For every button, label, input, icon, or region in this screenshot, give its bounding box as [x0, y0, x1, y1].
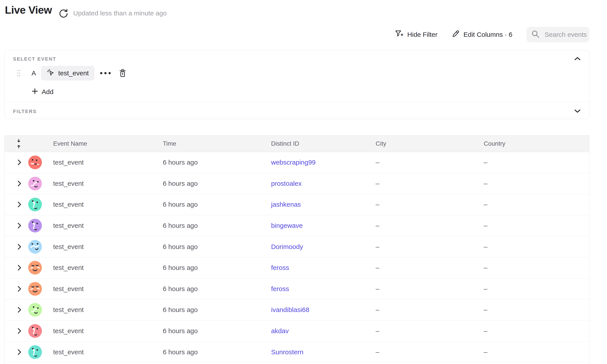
edit-columns-button[interactable]: Edit Columns · 6 — [452, 30, 512, 39]
avatar-face-icon — [28, 156, 42, 169]
column-header-event-name: Event Name — [53, 140, 87, 147]
avatar-face-icon — [28, 219, 42, 233]
column-header-distinct-id: Distinct ID — [271, 140, 299, 147]
trash-icon[interactable] — [119, 69, 126, 77]
select-event-label: SELECT EVENT — [13, 56, 56, 62]
plus-icon — [31, 88, 38, 96]
cell-city: – — [376, 285, 379, 293]
distinct-id-link[interactable]: ivandiblasi68 — [271, 306, 309, 313]
cell-event-name: test_event — [53, 159, 83, 166]
column-header-country: Country — [484, 140, 505, 147]
search-events-input[interactable] — [544, 31, 587, 39]
avatar — [28, 324, 42, 338]
column-header-city: City — [376, 140, 386, 147]
cell-time: 6 hours ago — [163, 243, 198, 250]
cell-city: – — [376, 201, 379, 208]
cell-event-name: test_event — [53, 222, 83, 229]
table-row[interactable]: test_event 6 hours ago akdav – – — [5, 321, 589, 342]
avatar — [28, 198, 42, 211]
cell-city: – — [376, 180, 379, 187]
table-row[interactable]: test_event 6 hours ago ivandiblasi68 – – — [5, 299, 589, 321]
table-body: test_event 6 hours ago webscraping99 – –… — [5, 152, 589, 363]
add-label: Add — [42, 88, 53, 96]
cell-time: 6 hours ago — [163, 264, 198, 272]
cell-time: 6 hours ago — [163, 159, 198, 166]
chevron-right-icon[interactable] — [17, 307, 21, 313]
avatar — [28, 282, 42, 296]
chevron-right-icon[interactable] — [17, 265, 21, 271]
cell-time: 6 hours ago — [163, 327, 198, 335]
filters-label: FILTERS — [13, 109, 37, 114]
cell-city: – — [376, 243, 379, 250]
chevron-right-icon[interactable] — [17, 349, 21, 355]
distinct-id-link[interactable]: Sunrostern — [271, 348, 304, 356]
distinct-id-link[interactable]: bingewave — [271, 222, 303, 229]
last-updated-text: Updated less than a minute ago — [73, 10, 167, 17]
cell-time: 6 hours ago — [163, 348, 198, 356]
avatar — [28, 177, 42, 190]
more-dots-icon[interactable] — [99, 66, 112, 80]
cell-event-name: test_event — [53, 264, 83, 272]
avatar — [28, 156, 42, 169]
events-table: Event Name Time Distinct ID City Country… — [4, 135, 589, 364]
search-icon — [531, 30, 540, 39]
chevron-right-icon[interactable] — [17, 328, 21, 334]
chevron-right-icon[interactable] — [17, 181, 21, 187]
hide-filter-label: Hide Filter — [407, 31, 438, 38]
cell-event-name: test_event — [53, 327, 83, 335]
add-event-button[interactable]: Add — [31, 86, 53, 98]
cell-city: – — [376, 222, 379, 229]
collapse-rows-icon[interactable] — [16, 139, 21, 148]
chevron-down-icon[interactable] — [574, 109, 581, 113]
cell-city: – — [376, 348, 379, 356]
filter-plus-icon — [395, 30, 403, 39]
distinct-id-link[interactable]: akdav — [271, 327, 289, 335]
drag-handle-icon[interactable] — [17, 69, 21, 77]
table-row[interactable]: test_event 6 hours ago prostoalex – – — [5, 173, 589, 194]
distinct-id-link[interactable]: webscraping99 — [271, 159, 316, 166]
table-row[interactable]: test_event 6 hours ago Dorimoody – – — [5, 236, 589, 257]
table-row[interactable]: test_event 6 hours ago jashkenas – – — [5, 194, 589, 215]
cell-country: – — [484, 222, 487, 229]
distinct-id-link[interactable]: feross — [271, 285, 289, 293]
chevron-right-icon[interactable] — [17, 286, 21, 292]
avatar — [28, 240, 42, 254]
cell-country: – — [484, 243, 487, 250]
avatar-face-icon — [28, 177, 42, 190]
chevron-right-icon[interactable] — [17, 244, 21, 250]
cell-city: – — [376, 327, 379, 335]
toolbar: Hide Filter Edit Columns · 6 — [395, 27, 589, 42]
distinct-id-link[interactable]: prostoalex — [271, 180, 302, 187]
table-row[interactable]: test_event 6 hours ago Sunrostern – – — [5, 341, 589, 363]
cell-country: – — [484, 264, 487, 272]
distinct-id-link[interactable]: Dorimoody — [271, 243, 303, 250]
chevron-right-icon[interactable] — [17, 159, 21, 166]
table-row[interactable]: test_event 6 hours ago webscraping99 – – — [5, 152, 589, 173]
live-view-page: Live View Updated less than a minute ago… — [0, 0, 607, 364]
chevron-up-icon[interactable] — [574, 57, 581, 61]
chevron-right-icon[interactable] — [17, 222, 21, 229]
avatar — [28, 261, 42, 274]
distinct-id-link[interactable]: feross — [271, 264, 289, 272]
event-chip[interactable]: test_event — [41, 66, 94, 80]
table-header: Event Name Time Distinct ID City Country — [5, 135, 589, 152]
distinct-id-link[interactable]: jashkenas — [271, 201, 301, 208]
chevron-right-icon[interactable] — [17, 201, 21, 208]
refresh-icon[interactable] — [59, 8, 68, 18]
avatar-face-icon — [28, 345, 42, 359]
cell-event-name: test_event — [53, 243, 83, 250]
cell-country: – — [484, 348, 487, 356]
table-row[interactable]: test_event 6 hours ago bingewave – – — [5, 215, 589, 236]
cell-time: 6 hours ago — [163, 180, 198, 187]
page-title: Live View — [5, 4, 52, 16]
query-builder-panel: SELECT EVENT A test_event Add FILTE — [4, 50, 589, 119]
edit-columns-label: Edit Columns · 6 — [463, 31, 512, 38]
cell-country: – — [484, 306, 487, 313]
cell-country: – — [484, 327, 487, 335]
table-row[interactable]: test_event 6 hours ago feross – – — [5, 278, 589, 300]
hide-filter-button[interactable]: Hide Filter — [395, 30, 438, 39]
search-events-box[interactable] — [526, 27, 589, 42]
table-row[interactable]: test_event 6 hours ago feross – – — [5, 257, 589, 278]
cell-event-name: test_event — [53, 201, 83, 208]
event-chip-label: test_event — [58, 69, 89, 77]
